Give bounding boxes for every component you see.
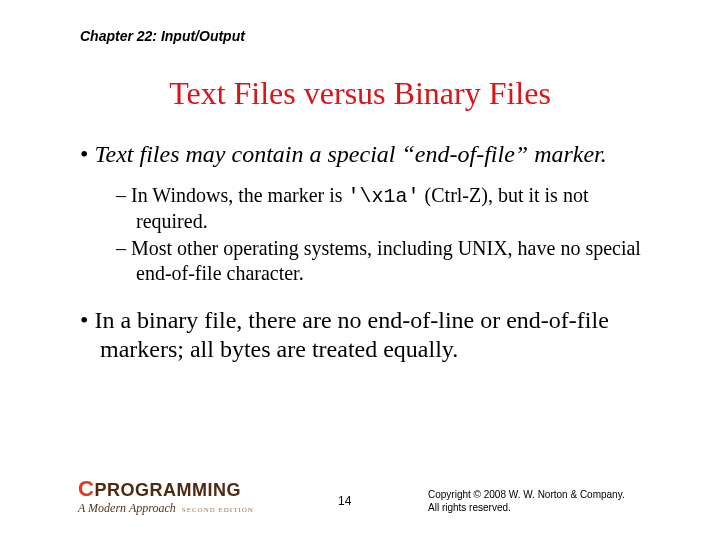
logo-subtitle: A Modern Approach SECOND EDITION <box>78 502 254 514</box>
logo-programming: PROGRAMMING <box>94 481 241 499</box>
page-number: 14 <box>338 494 351 508</box>
sub-bullet-1: In Windows, the marker is '\x1a' (Ctrl-Z… <box>116 183 650 234</box>
book-logo: CPROGRAMMING A Modern Approach SECOND ED… <box>78 478 254 514</box>
copyright: Copyright © 2008 W. W. Norton & Company.… <box>428 488 625 514</box>
content-area: Text files may contain a special “end-of… <box>80 140 650 363</box>
copyright-line-1: Copyright © 2008 W. W. Norton & Company. <box>428 488 625 501</box>
logo-sub-text: A Modern Approach <box>78 501 176 515</box>
logo-edition: SECOND EDITION <box>182 506 254 514</box>
slide-title: Text Files versus Binary Files <box>0 75 720 112</box>
logo-letter-c: C <box>78 478 94 500</box>
sub-bullet-2: Most other operating systems, including … <box>116 236 650 286</box>
footer: CPROGRAMMING A Modern Approach SECOND ED… <box>78 470 650 520</box>
bullet-item-2: In a binary file, there are no end-of-li… <box>80 306 650 364</box>
logo-main: CPROGRAMMING <box>78 478 254 500</box>
sub1-pre: In Windows, the marker is <box>131 184 348 206</box>
bullet-item-1: Text files may contain a special “end-of… <box>80 140 650 169</box>
sub-bullet-list: In Windows, the marker is '\x1a' (Ctrl-Z… <box>116 183 650 286</box>
chapter-header: Chapter 22: Input/Output <box>80 28 245 44</box>
copyright-line-2: All rights reserved. <box>428 501 625 514</box>
sub1-code: '\x1a' <box>348 185 420 208</box>
